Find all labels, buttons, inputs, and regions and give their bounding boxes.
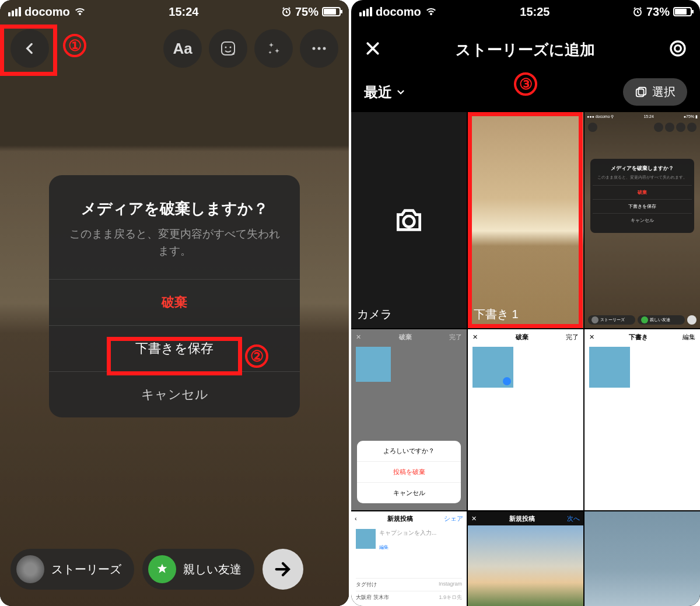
stories-avatar-icon bbox=[16, 555, 44, 583]
alarm-icon bbox=[632, 6, 643, 17]
wifi-icon bbox=[74, 7, 86, 16]
dialog-subtitle: このまま戻ると、変更内容がすべて失われます。 bbox=[49, 224, 300, 279]
mini-header: ✕新規投稿次へ bbox=[468, 511, 583, 525]
mini-share-bar: ストーリーズ 親しい友達 bbox=[584, 315, 700, 325]
sticker-tool-button[interactable] bbox=[209, 29, 247, 68]
cancel-button[interactable]: キャンセル bbox=[49, 371, 300, 417]
multi-select-icon bbox=[635, 86, 648, 99]
more-tool-button[interactable] bbox=[300, 29, 338, 68]
thumbnail-cell[interactable]: ✕新規投稿次へ bbox=[468, 511, 583, 606]
settings-button[interactable] bbox=[668, 39, 687, 60]
thumbnail-cell[interactable]: ‹新規投稿シェア キャプションを入力... 編集 タグ付けInstagram 大… bbox=[351, 511, 467, 606]
mini-header: ✕破棄完了 bbox=[351, 329, 467, 344]
annotation-number-3: ③ bbox=[514, 72, 537, 96]
battery-icon bbox=[322, 7, 341, 16]
camera-label: カメラ bbox=[357, 307, 392, 322]
annotation-highlight-2 bbox=[107, 337, 242, 375]
right-screenshot: docomo 15:25 73% ストーリーズに追加 最近 選択 ③ bbox=[351, 0, 700, 606]
carrier-label: docomo bbox=[24, 5, 70, 19]
mini-dialog: メディアを破棄しますか？ このまま戻ると、変更内容がすべて失われます。 破棄 下… bbox=[590, 159, 694, 233]
clock-label: 15:25 bbox=[520, 5, 550, 19]
svg-point-8 bbox=[671, 41, 685, 55]
discard-dialog: メディアを破棄しますか？ このまま戻ると、変更内容がすべて失われます。 破棄 下… bbox=[49, 175, 300, 417]
text-tool-button[interactable]: Aa bbox=[163, 29, 202, 68]
signal-icon bbox=[359, 7, 372, 16]
thumbnail-cell[interactable]: ✕破棄完了 bbox=[468, 329, 583, 510]
annotation-highlight-3 bbox=[468, 112, 583, 328]
close-friends-button[interactable]: 親しい友達 bbox=[142, 549, 254, 590]
close-button[interactable] bbox=[364, 40, 382, 60]
stories-label: ストーリーズ bbox=[51, 562, 121, 577]
mini-toolbar bbox=[584, 123, 700, 132]
svg-point-3 bbox=[230, 47, 232, 48]
picker-title: ストーリーズに追加 bbox=[456, 40, 595, 60]
thumbnail-cell[interactable]: ✕破棄完了 よろしいですか？ 投稿を破棄 キャンセル bbox=[351, 329, 467, 510]
mini-status: ●●● docomo ⚲15:24●75% ▮ bbox=[584, 114, 700, 119]
mini-media bbox=[473, 347, 513, 388]
thumbnail-cell[interactable] bbox=[584, 511, 700, 606]
status-bar: docomo 15:24 75% bbox=[0, 0, 349, 23]
status-bar: docomo 15:25 73% bbox=[351, 0, 700, 23]
svg-rect-1 bbox=[222, 42, 235, 55]
svg-point-2 bbox=[225, 47, 227, 48]
svg-point-9 bbox=[675, 46, 681, 52]
mini-action-sheet: よろしいですか？ 投稿を破棄 キャンセル bbox=[357, 441, 461, 503]
clock-label: 15:24 bbox=[169, 5, 198, 19]
battery-pct: 75% bbox=[295, 5, 318, 19]
battery-icon bbox=[673, 7, 692, 16]
select-label: 選択 bbox=[652, 84, 676, 100]
svg-point-6 bbox=[323, 47, 326, 50]
effects-tool-button[interactable] bbox=[254, 29, 293, 68]
svg-point-5 bbox=[318, 47, 321, 50]
thumbnail-cell[interactable]: ✕下書き編集 bbox=[584, 329, 700, 510]
dialog-title: メディアを破棄しますか？ bbox=[49, 175, 300, 224]
wifi-icon bbox=[425, 7, 438, 16]
next-button[interactable] bbox=[262, 549, 303, 590]
annotation-number-1: ① bbox=[63, 34, 86, 57]
carrier-label: docomo bbox=[376, 5, 421, 19]
left-screenshot: docomo 15:24 75% Aa ① メディアを破棄しますか？ このまま戻… bbox=[0, 0, 349, 606]
share-bar: ストーリーズ 親しい友達 bbox=[0, 549, 349, 590]
mini-media bbox=[589, 347, 630, 388]
mini-caption: キャプションを入力... 編集 bbox=[356, 529, 436, 551]
mini-media bbox=[356, 347, 391, 382]
camera-cell[interactable]: カメラ bbox=[351, 112, 467, 328]
picker-header: ストーリーズに追加 bbox=[351, 29, 700, 70]
close-friends-label: 親しい友達 bbox=[183, 562, 242, 577]
chevron-down-icon bbox=[396, 87, 406, 97]
battery-pct: 73% bbox=[646, 5, 670, 19]
star-icon bbox=[148, 555, 176, 583]
camera-icon bbox=[393, 204, 425, 236]
mini-media bbox=[468, 525, 583, 606]
annotation-number-2: ② bbox=[245, 344, 268, 368]
mini-header: ✕下書き編集 bbox=[584, 329, 700, 344]
annotation-highlight-1 bbox=[0, 25, 57, 76]
mini-header: ‹新規投稿シェア bbox=[351, 511, 467, 525]
album-dropdown[interactable]: 最近 bbox=[364, 83, 406, 102]
stories-share-button[interactable]: ストーリーズ bbox=[10, 549, 134, 590]
svg-point-12 bbox=[404, 216, 415, 227]
discard-button[interactable]: 破棄 bbox=[49, 279, 300, 325]
signal-icon bbox=[8, 7, 21, 16]
multi-select-button[interactable]: 選択 bbox=[623, 78, 687, 106]
svg-point-4 bbox=[313, 47, 316, 50]
thumbnail-cell[interactable]: ●●● docomo ⚲15:24●75% ▮ メディアを破棄しますか？ このま… bbox=[584, 112, 700, 328]
mini-header: ✕破棄完了 bbox=[468, 329, 583, 344]
mini-meta: タグ付けInstagram 大阪府 茨木市1.9キロ先 bbox=[356, 578, 462, 604]
album-label: 最近 bbox=[364, 83, 392, 102]
alarm-icon bbox=[281, 6, 292, 17]
